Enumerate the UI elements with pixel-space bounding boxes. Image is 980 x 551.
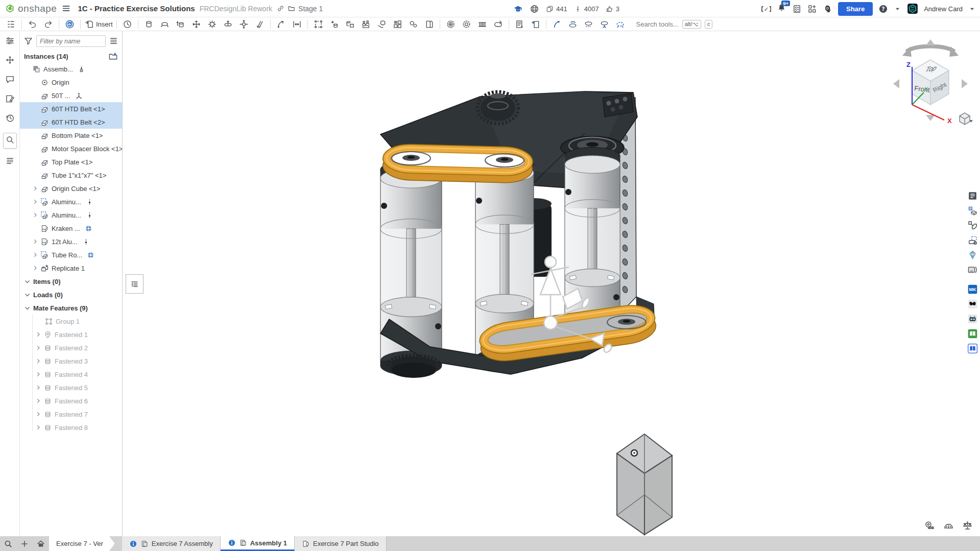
tabbar-home-button[interactable] xyxy=(33,536,49,551)
mconnector-tool-button[interactable] xyxy=(326,18,342,30)
trident-icon[interactable] xyxy=(75,92,83,100)
chevron-down-icon[interactable] xyxy=(24,278,31,285)
education-cap-icon[interactable] xyxy=(513,4,523,14)
insert-button[interactable]: Insert xyxy=(83,18,114,30)
group-tool-button[interactable] xyxy=(310,18,326,30)
view4-tool-button[interactable] xyxy=(612,18,628,30)
dock-appBookG-button[interactable] xyxy=(965,326,979,341)
slider-tool-button[interactable] xyxy=(173,18,188,30)
protractor-tool-icon[interactable] xyxy=(943,520,954,531)
view2-tool-button[interactable] xyxy=(581,18,596,30)
tape-tool-icon[interactable] xyxy=(924,520,935,531)
versions-stat[interactable]: 4007 xyxy=(574,5,599,13)
cylindrical-tool-button[interactable] xyxy=(236,18,252,30)
public-globe-icon[interactable] xyxy=(530,4,539,14)
explode-tool-button[interactable] xyxy=(549,18,565,30)
mate-feature-item[interactable]: Fastened 8 xyxy=(20,421,122,434)
chevron-right-icon[interactable] xyxy=(34,411,42,417)
belt-60t-1[interactable] xyxy=(383,144,533,184)
mate-feature-item[interactable]: Fastened 2 xyxy=(20,341,122,354)
tree-item[interactable]: Top Plate <1> xyxy=(20,155,122,169)
tree-item[interactable]: Bottom Plate <1> xyxy=(20,129,122,142)
chevron-right-icon[interactable] xyxy=(34,358,42,364)
dock-appRobot-button[interactable] xyxy=(965,312,979,326)
feature-scripts-icon[interactable]: {✓} xyxy=(761,4,771,14)
rail-structure2-button[interactable] xyxy=(5,156,15,168)
view3-tool-button[interactable] xyxy=(596,18,612,30)
chevron-right-icon[interactable] xyxy=(34,398,42,404)
rail-tune-button[interactable] xyxy=(5,36,15,47)
sync-tool-button[interactable] xyxy=(62,18,78,30)
view1-tool-button[interactable] xyxy=(565,18,581,30)
filter-input[interactable] xyxy=(36,35,106,47)
chevron-right-icon[interactable] xyxy=(34,424,42,430)
mate-tool-button[interactable] xyxy=(141,18,157,30)
pattern-tool-button[interactable] xyxy=(390,18,405,30)
spin-down-arrow[interactable] xyxy=(926,115,935,121)
tree-item[interactable]: Replicate 1 xyxy=(20,261,122,275)
structure-tool-button[interactable] xyxy=(3,18,19,30)
undo-tool-button[interactable] xyxy=(25,18,40,30)
user-caret-icon[interactable] xyxy=(968,5,976,13)
redo-tool-button[interactable] xyxy=(40,18,56,30)
mate-feature-item[interactable]: Fastened 6 xyxy=(20,394,122,408)
onshape-logo[interactable]: onshape xyxy=(5,3,57,14)
tree-item[interactable]: Aluminu... xyxy=(20,208,122,222)
document-tab-assembly-1[interactable]: Assembly 1 xyxy=(221,536,295,551)
spin-left-arrow[interactable] xyxy=(893,79,899,88)
main-menu-icon[interactable] xyxy=(61,4,71,13)
width-tool-button[interactable] xyxy=(289,18,305,30)
link-icon[interactable] xyxy=(277,5,284,12)
mate-feature-item[interactable]: Fastened 1 xyxy=(20,328,122,341)
mate-feature-item[interactable]: Fastened 4 xyxy=(20,368,122,381)
search-tools[interactable]: Search tools...alt/⌥c xyxy=(636,20,713,29)
dof-icon[interactable] xyxy=(82,238,90,246)
dock-fskbd-button[interactable] xyxy=(965,262,979,277)
gear-tool-button[interactable] xyxy=(459,18,474,30)
tree-item[interactable]: 60T HTD Belt <2> xyxy=(20,115,122,129)
tree-item[interactable]: Tube Ro... xyxy=(20,248,122,261)
revolute-tool-button[interactable] xyxy=(157,18,173,30)
isometric-view-button[interactable] xyxy=(960,113,970,125)
add-folder-icon[interactable] xyxy=(108,52,118,61)
ai-advisor-icon[interactable] xyxy=(823,4,832,14)
document-tab-exercise-7-ver[interactable]: Exercise 7 - Ver xyxy=(49,536,115,551)
planar-tool-button[interactable] xyxy=(188,18,204,30)
mate-feature-item[interactable]: Fastened 7 xyxy=(20,408,122,421)
beltr-tool-button[interactable] xyxy=(490,18,506,30)
tree-item[interactable]: Aluminu... xyxy=(20,195,122,208)
assembly-render[interactable] xyxy=(123,31,980,536)
view-cube[interactable]: Top Front Right Z X Y xyxy=(887,35,974,132)
tree-item[interactable]: Kraken ... xyxy=(20,222,122,235)
tree-item[interactable]: 12t Alu... xyxy=(20,235,122,248)
tree-item[interactable]: 50T ... xyxy=(20,89,122,102)
copies-stat[interactable]: 441 xyxy=(546,5,567,13)
chevron-right-icon[interactable] xyxy=(31,252,39,258)
composite-tool-button[interactable] xyxy=(342,18,358,30)
chevron-right-icon[interactable] xyxy=(31,265,39,271)
spin-right-arrow[interactable] xyxy=(962,79,968,88)
parallel-tool-button[interactable] xyxy=(252,18,268,30)
mate-feature-item[interactable]: Group 1 xyxy=(20,315,122,328)
rack-tool-button[interactable] xyxy=(474,18,490,30)
chevron-right-icon[interactable] xyxy=(34,371,42,377)
dock-linkpart-button[interactable] xyxy=(965,218,979,233)
tree-item[interactable]: Origin xyxy=(20,76,122,89)
likes-stat[interactable]: 3 xyxy=(606,5,619,13)
help-caret-icon[interactable] xyxy=(894,5,901,13)
ball-tool-button[interactable] xyxy=(204,18,220,30)
tree-item[interactable]: Motor Spacer Block <1> xyxy=(20,142,122,155)
bom-tool-button[interactable] xyxy=(512,18,528,30)
tabbar-maglass-button[interactable] xyxy=(0,536,16,551)
pages-tool-button[interactable] xyxy=(421,18,437,30)
notifications-button[interactable]: 9+ xyxy=(777,3,786,15)
document-title[interactable]: 1C - Practice Exercise Solutions xyxy=(78,4,195,13)
tree-item[interactable]: Assemb... xyxy=(20,62,122,76)
filter-funnel-icon[interactable] xyxy=(23,36,33,46)
insitem-tool-button[interactable] xyxy=(528,18,543,30)
graphics-viewport[interactable]: Top Front Right Z X Y MK xyxy=(123,31,980,536)
section-header[interactable]: Items (0) xyxy=(20,275,122,288)
dock-appBfly-button[interactable] xyxy=(965,297,979,312)
mate-feature-item[interactable]: Fastened 3 xyxy=(20,354,122,368)
tabbar-plus-button[interactable] xyxy=(16,536,33,551)
